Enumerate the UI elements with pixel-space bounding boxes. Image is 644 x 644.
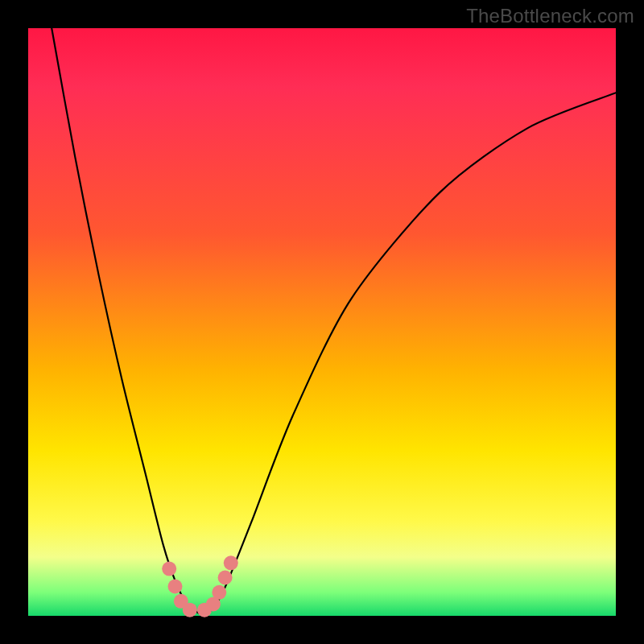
curve-svg <box>28 28 616 616</box>
curve-markers <box>162 555 238 617</box>
watermark-text: TheBottleneck.com <box>466 5 634 27</box>
plot-area <box>28 28 616 616</box>
curve-marker <box>218 571 233 585</box>
curve-marker <box>183 603 197 617</box>
curve-marker <box>162 562 176 576</box>
bottleneck-curve <box>52 28 616 614</box>
curve-marker <box>168 580 183 594</box>
chart-frame: TheBottleneck.com <box>0 0 644 644</box>
curve-marker <box>224 555 238 570</box>
curve-marker <box>212 585 226 600</box>
